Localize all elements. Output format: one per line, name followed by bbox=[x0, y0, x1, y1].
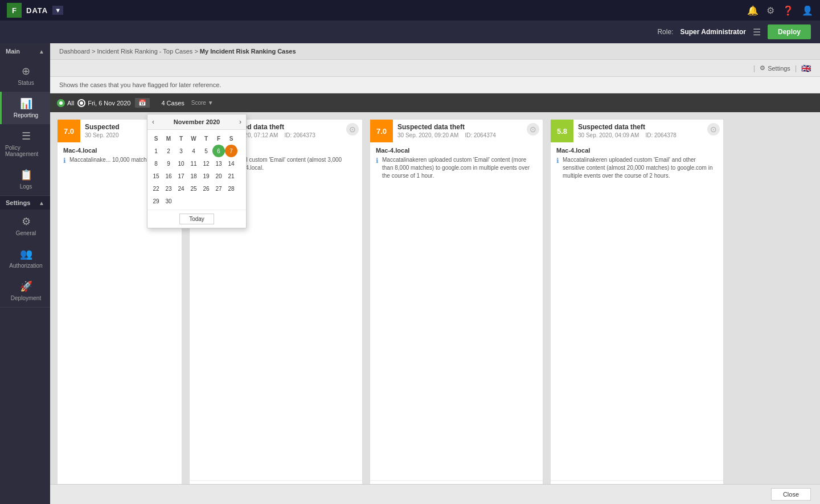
flag-icon[interactable]: 🇬🇧 bbox=[801, 64, 811, 73]
cal-day-5[interactable]: 5 bbox=[200, 145, 212, 157]
cal-day-27[interactable]: 27 bbox=[212, 182, 225, 195]
gear-icon[interactable]: ⚙ bbox=[766, 5, 774, 16]
cal-day-f: F bbox=[212, 132, 225, 145]
cases-count: 4 Cases bbox=[161, 100, 184, 106]
cal-day-15[interactable]: 15 bbox=[150, 170, 162, 182]
cal-day-1[interactable]: 1 bbox=[150, 145, 162, 157]
cal-day-16[interactable]: 16 bbox=[162, 170, 175, 182]
cal-day-26[interactable]: 26 bbox=[200, 182, 212, 195]
cal-day-30[interactable]: 30 bbox=[162, 195, 175, 207]
card-3-action-btn[interactable]: ⊙ bbox=[707, 123, 720, 136]
card-2-body: Mac-4.local ℹ Maccatalinakeren uploaded … bbox=[370, 142, 543, 480]
card-2-actions: ⊙ bbox=[527, 120, 543, 142]
breadcrumb-sep1: > bbox=[92, 48, 97, 55]
authorization-icon: 👥 bbox=[20, 248, 32, 260]
cal-day-19[interactable]: 19 bbox=[200, 170, 212, 182]
cal-day-24[interactable]: 24 bbox=[175, 182, 187, 195]
cal-day-29[interactable]: 29 bbox=[150, 195, 162, 207]
radio-date[interactable]: Fri, 6 Nov 2020 📅 bbox=[77, 98, 150, 108]
close-button[interactable]: Close bbox=[771, 488, 811, 501]
cal-day-13[interactable]: 13 bbox=[212, 157, 225, 170]
breadcrumb-dashboard[interactable]: Dashboard bbox=[59, 48, 90, 55]
help-icon[interactable]: ❓ bbox=[782, 5, 794, 16]
cal-day-14[interactable]: 14 bbox=[225, 157, 237, 170]
card-3-date: 30 Sep. 2020, 04:09 AM bbox=[578, 132, 639, 138]
sidebar-item-reporting[interactable]: 📊 Reporting bbox=[0, 92, 50, 124]
deploy-button[interactable]: Deploy bbox=[768, 24, 811, 39]
card-2-meta: 30 Sep. 2020, 09:20 AM ID: 2064374 bbox=[397, 132, 524, 138]
cal-day-t1: T bbox=[175, 132, 187, 145]
cal-day-6[interactable]: 6 bbox=[212, 145, 225, 157]
card-3-actions: ⊙ bbox=[707, 120, 723, 142]
card-0-score: 7.0 bbox=[58, 120, 80, 142]
sidebar: Main ▲ ⊕ Status 📊 Reporting ☰ Policy Man… bbox=[0, 43, 50, 504]
sidebar-main-section: Main ▲ ⊕ Status 📊 Reporting ☰ Policy Man… bbox=[0, 43, 50, 196]
cal-day-2[interactable]: 2 bbox=[162, 145, 175, 157]
content-header: | ⚙ Settings | 🇬🇧 bbox=[50, 60, 820, 77]
cal-day-25[interactable]: 25 bbox=[187, 182, 200, 195]
breadcrumb-irr[interactable]: Incident Risk Ranking - Top Cases bbox=[97, 48, 192, 55]
cal-day-8[interactable]: 8 bbox=[150, 157, 162, 170]
sidebar-item-authorization[interactable]: 👥 Authorization bbox=[0, 242, 50, 274]
cal-day-23[interactable]: 23 bbox=[162, 182, 175, 195]
sidebar-item-label: Logs bbox=[20, 183, 32, 190]
cal-day-10[interactable]: 10 bbox=[175, 157, 187, 170]
card-2-action-btn[interactable]: ⊙ bbox=[527, 123, 539, 136]
sidebar-item-general[interactable]: ⚙ General bbox=[0, 210, 50, 242]
card-2-info-icon: ℹ bbox=[376, 157, 379, 180]
cal-day-empty3 bbox=[200, 195, 212, 207]
card-2-score: 7.0 bbox=[370, 120, 393, 142]
card-2-id: ID: 2064374 bbox=[465, 132, 496, 138]
today-button[interactable]: Today bbox=[179, 214, 214, 224]
cal-day-3[interactable]: 3 bbox=[175, 145, 187, 157]
card-3-score: 5.8 bbox=[551, 120, 573, 142]
bell-icon[interactable]: 🔔 bbox=[747, 5, 758, 16]
calendar-button[interactable]: 📅 bbox=[135, 98, 150, 108]
card-3-desc: Maccatalinakeren uploaded custom 'Email'… bbox=[563, 156, 718, 180]
cal-day-9[interactable]: 9 bbox=[162, 157, 175, 170]
cal-week-1: 1 2 3 4 5 6 7 bbox=[150, 145, 244, 157]
sidebar-settings-header[interactable]: Settings ▲ bbox=[0, 196, 50, 210]
settings-label: Settings bbox=[768, 65, 790, 72]
settings-link[interactable]: ⚙ Settings bbox=[760, 64, 790, 72]
sidebar-item-status[interactable]: ⊕ Status bbox=[0, 59, 50, 92]
sidebar-item-deployment[interactable]: 🚀 Deployment bbox=[0, 274, 50, 307]
radio-all[interactable]: All bbox=[57, 99, 74, 107]
app-dropdown[interactable]: ▼ bbox=[52, 6, 63, 15]
cal-prev-button[interactable]: ‹ bbox=[152, 118, 154, 126]
cal-day-7[interactable]: 7 bbox=[225, 145, 237, 157]
deployment-icon: 🚀 bbox=[20, 280, 32, 293]
card-0-info-icon: ℹ bbox=[63, 157, 66, 165]
score-label: Score ▼ bbox=[191, 100, 214, 106]
list-icon[interactable]: ☰ bbox=[753, 27, 761, 38]
cal-day-12[interactable]: 12 bbox=[200, 157, 212, 170]
top-bar: F DATA ▼ 🔔 ⚙ ❓ 👤 bbox=[0, 0, 820, 21]
cal-next-button[interactable]: › bbox=[239, 118, 241, 126]
logs-icon: 📋 bbox=[20, 169, 32, 181]
cal-day-20[interactable]: 20 bbox=[212, 170, 225, 182]
sidebar-settings-label: Settings bbox=[6, 199, 30, 206]
general-icon: ⚙ bbox=[22, 215, 31, 228]
cal-day-4[interactable]: 4 bbox=[187, 145, 200, 157]
sidebar-item-policy[interactable]: ☰ Policy Management bbox=[0, 124, 50, 163]
cal-day-28[interactable]: 28 bbox=[225, 182, 237, 195]
sidebar-main-header[interactable]: Main ▲ bbox=[0, 43, 50, 59]
breadcrumb: Dashboard > Incident Risk Ranking - Top … bbox=[50, 43, 820, 60]
breadcrumb-sep2: > bbox=[194, 48, 199, 55]
app-logo: F bbox=[7, 3, 22, 18]
user-icon[interactable]: 👤 bbox=[802, 5, 813, 16]
cal-day-22[interactable]: 22 bbox=[150, 182, 162, 195]
content-area: Dashboard > Incident Risk Ranking - Top … bbox=[50, 43, 820, 504]
card-1-action-btn[interactable]: ⊙ bbox=[346, 123, 359, 136]
cal-week-4: 22 23 24 25 26 27 28 bbox=[150, 182, 244, 195]
cal-day-11[interactable]: 11 bbox=[187, 157, 200, 170]
sidebar-settings-section: Settings ▲ ⚙ General 👥 Authorization 🚀 D… bbox=[0, 196, 50, 308]
cal-day-17[interactable]: 17 bbox=[175, 170, 187, 182]
cal-day-18[interactable]: 18 bbox=[187, 170, 200, 182]
bottom-bar: Close bbox=[50, 484, 820, 504]
card-2-desc-row: ℹ Maccatalinakeren uploaded custom 'Emai… bbox=[376, 156, 537, 180]
cal-day-t2: T bbox=[200, 132, 212, 145]
card-3-title-area: Suspected data theft 30 Sep. 2020, 04:09… bbox=[578, 120, 707, 142]
cal-day-21[interactable]: 21 bbox=[225, 170, 237, 182]
sidebar-item-logs[interactable]: 📋 Logs bbox=[0, 163, 50, 195]
